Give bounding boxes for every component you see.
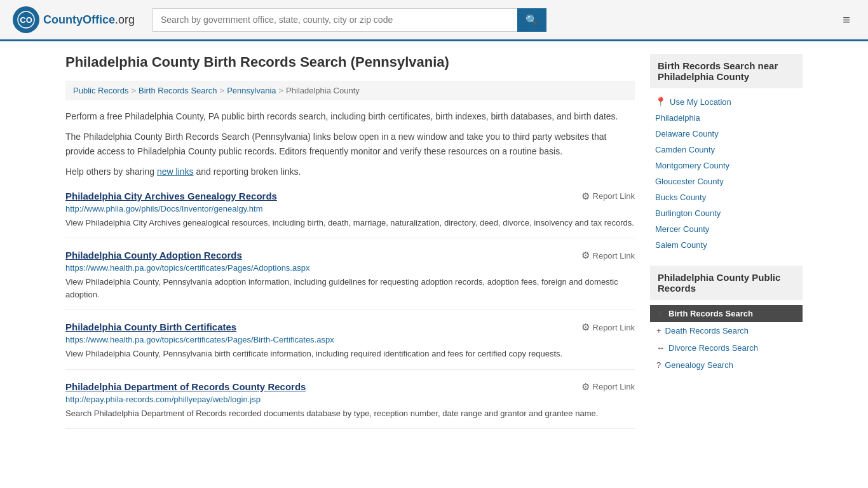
breadcrumb-birth-records[interactable]: Birth Records Search [139, 86, 217, 95]
site-header: CO CountyOffice.org 🔍 ≡ [0, 0, 868, 41]
death-icon: + [656, 326, 661, 336]
pr-death-records[interactable]: + Death Records Search [650, 322, 803, 339]
report-icon-3: ⚙ [581, 322, 590, 333]
breadcrumb-sep-3: > [279, 86, 284, 95]
nearby-link-montgomery[interactable]: Montgomery County [650, 158, 803, 173]
result-item: Philadelphia City Archives Genealogy Rec… [65, 191, 635, 239]
menu-icon: ≡ [843, 13, 850, 27]
result-title-4[interactable]: Philadelphia Department of Records Count… [65, 381, 306, 392]
report-link-2[interactable]: ⚙ Report Link [581, 250, 635, 261]
location-label: Use My Location [670, 97, 731, 107]
result-title-1[interactable]: Philadelphia City Archives Genealogy Rec… [65, 191, 277, 201]
genealogy-icon: ? [656, 360, 661, 370]
pr-divorce-records[interactable]: ↔ Divorce Records Search [650, 339, 803, 356]
new-links-link[interactable]: new links [157, 166, 194, 177]
result-desc-1: View Philadelphia City Archives genealog… [65, 217, 635, 229]
menu-button[interactable]: ≡ [837, 10, 855, 30]
logo-icon: CO [13, 6, 39, 33]
content-area: Philadelphia County Birth Records Search… [65, 54, 635, 440]
report-link-3[interactable]: ⚙ Report Link [581, 322, 635, 333]
report-icon-4: ⚙ [581, 381, 590, 393]
public-records-header: Philadelphia County Public Records [650, 266, 803, 300]
report-link-label-1: Report Link [593, 191, 635, 201]
breadcrumb-sep-1: > [131, 86, 136, 95]
pr-genealogy-label: Genealogy Search [665, 360, 733, 370]
nearby-link-delaware[interactable]: Delaware County [650, 126, 803, 142]
logo-text: CountyOffice.org [43, 13, 135, 27]
result-title-2[interactable]: Philadelphia County Adoption Records [65, 250, 242, 261]
search-bar: 🔍 [153, 8, 546, 32]
result-url-4[interactable]: http://epay.phila-records.com/phillyepay… [65, 395, 635, 404]
public-records-section: Philadelphia County Public Records 🕯 Bir… [650, 266, 803, 374]
result-url-2[interactable]: https://www.health.pa.gov/topics/certifi… [65, 263, 635, 273]
result-header-3: Philadelphia County Birth Certificates ⚙… [65, 322, 635, 333]
result-url-1[interactable]: http://www.phila.gov/phils/Docs/Inventor… [65, 204, 635, 214]
report-icon-2: ⚙ [581, 250, 590, 261]
search-input[interactable] [153, 8, 517, 32]
result-desc-4: Search Philadelphia Department of Record… [65, 407, 635, 420]
result-desc-2: View Philadelphia County, Pennsylvania a… [65, 276, 635, 301]
description-2: The Philadelphia County Birth Records Se… [65, 130, 635, 158]
use-my-location[interactable]: 📍 Use My Location [650, 93, 803, 110]
divorce-icon: ↔ [656, 343, 665, 353]
main-container: Philadelphia County Birth Records Search… [53, 41, 815, 453]
pr-genealogy[interactable]: ? Genealogy Search [650, 356, 803, 374]
birth-icon: 🕯 [656, 309, 665, 318]
nearby-link-burlington[interactable]: Burlington County [650, 205, 803, 221]
nearby-link-salem[interactable]: Salem County [650, 237, 803, 253]
breadcrumb-public-records[interactable]: Public Records [73, 86, 128, 95]
nearby-link-camden[interactable]: Camden County [650, 142, 803, 158]
result-item-4: Philadelphia Department of Records Count… [65, 381, 635, 430]
result-url-3[interactable]: https://www.health.pa.gov/topics/certifi… [65, 335, 635, 344]
pr-death-label: Death Records Search [665, 326, 749, 336]
search-icon: 🔍 [526, 15, 538, 25]
report-link-label-4: Report Link [593, 382, 635, 391]
description-1: Perform a free Philadelphia County, PA p… [65, 109, 635, 123]
svg-text:CO: CO [20, 15, 32, 25]
result-item-2: Philadelphia County Adoption Records ⚙ R… [65, 250, 635, 310]
nearby-link-mercer[interactable]: Mercer County [650, 221, 803, 237]
breadcrumb-sep-2: > [220, 86, 225, 95]
location-icon: 📍 [655, 97, 666, 107]
report-link-label-2: Report Link [593, 251, 635, 261]
logo[interactable]: CO CountyOffice.org [13, 6, 140, 33]
description-3: Help others by sharing new links and rep… [65, 165, 635, 179]
report-link-label-3: Report Link [593, 323, 635, 332]
report-link-1[interactable]: ⚙ Report Link [581, 191, 635, 202]
result-title-3[interactable]: Philadelphia County Birth Certificates [65, 322, 236, 332]
result-desc-3: View Philadelphia County, Pennsylvania b… [65, 348, 635, 360]
sidebar: Birth Records Search near Philadelphia C… [650, 54, 803, 440]
pr-birth-records[interactable]: 🕯 Birth Records Search [650, 305, 803, 322]
pr-birth-label: Birth Records Search [668, 309, 753, 318]
nearby-header: Birth Records Search near Philadelphia C… [650, 54, 803, 88]
result-header-1: Philadelphia City Archives Genealogy Rec… [65, 191, 635, 202]
nearby-link-bucks[interactable]: Bucks County [650, 189, 803, 205]
report-link-4[interactable]: ⚙ Report Link [581, 381, 635, 393]
nearby-link-gloucester[interactable]: Gloucester County [650, 173, 803, 189]
breadcrumb: Public Records > Birth Records Search > … [65, 81, 635, 100]
nearby-link-philadelphia[interactable]: Philadelphia [650, 110, 803, 126]
report-icon-1: ⚙ [581, 191, 590, 202]
pr-divorce-label: Divorce Records Search [668, 343, 758, 353]
nearby-section: Birth Records Search near Philadelphia C… [650, 54, 803, 253]
result-header-2: Philadelphia County Adoption Records ⚙ R… [65, 250, 635, 261]
breadcrumb-pennsylvania[interactable]: Pennsylvania [227, 86, 276, 95]
breadcrumb-current: Philadelphia County [286, 86, 360, 95]
result-item-3: Philadelphia County Birth Certificates ⚙… [65, 322, 635, 370]
result-header-4: Philadelphia Department of Records Count… [65, 381, 635, 393]
page-title: Philadelphia County Birth Records Search… [65, 54, 635, 71]
search-button[interactable]: 🔍 [517, 8, 546, 32]
